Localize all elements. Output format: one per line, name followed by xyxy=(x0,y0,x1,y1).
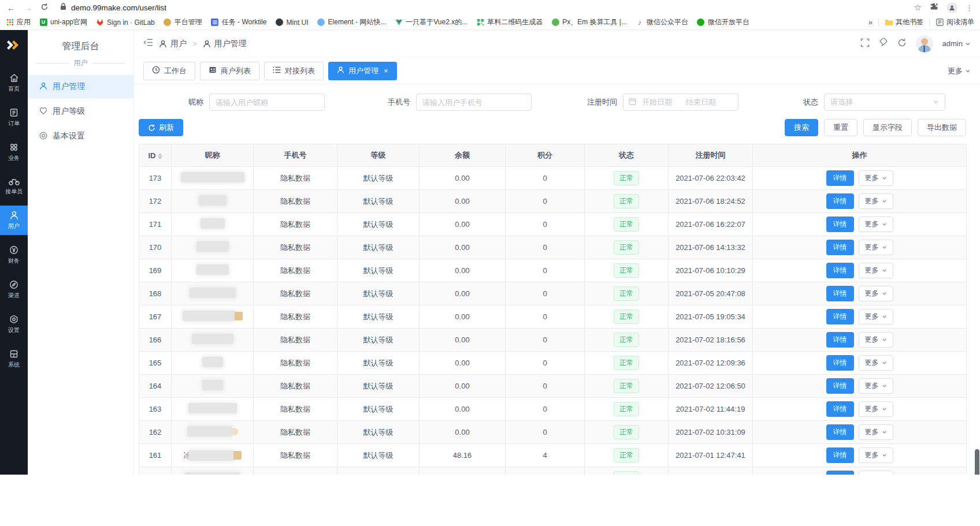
export-button[interactable]: 导出数据 xyxy=(918,119,966,136)
sidebar-item-首页[interactable]: 首页 xyxy=(0,68,28,98)
sidebar-item-业务[interactable]: 业务 xyxy=(0,137,28,167)
bookmark-star-icon[interactable]: ☆ xyxy=(914,2,922,13)
detail-button[interactable]: 详情 xyxy=(826,424,854,440)
sidebar-item-接单员[interactable]: 接单员 xyxy=(0,172,28,200)
bookmark-item[interactable]: ♪微信公众平台 xyxy=(636,17,688,27)
row-more-button[interactable]: 更多 xyxy=(859,286,893,301)
cell-phone: 隐私数据 xyxy=(254,305,337,329)
sidebar-item-用户[interactable]: 用户 xyxy=(0,206,28,235)
row-more-button[interactable]: 更多 xyxy=(859,309,893,324)
detail-button[interactable]: 详情 xyxy=(826,355,854,371)
app-logo[interactable] xyxy=(7,30,21,60)
bookmark-item[interactable]: 一只基于Vue2.x的... xyxy=(395,17,467,27)
column-header-操作: 操作 xyxy=(753,144,967,167)
bookmark-item[interactable]: Element - 网站快... xyxy=(317,17,387,27)
sidebar-item-渠道[interactable]: 渠道 xyxy=(0,275,28,304)
detail-button[interactable]: 详情 xyxy=(826,286,854,301)
bookmark-item[interactable]: Sign in · GitLab xyxy=(96,18,155,27)
bookmark-item[interactable]: 平台管理 xyxy=(164,17,202,27)
sort-icon[interactable] xyxy=(158,153,162,159)
bookmark-item[interactable]: 应用 xyxy=(6,17,31,27)
detail-button[interactable]: 详情 xyxy=(826,193,854,209)
cell-nickname xyxy=(172,282,254,305)
detail-button[interactable]: 详情 xyxy=(826,332,854,348)
tab-商户列表[interactable]: 商户列表 xyxy=(200,62,259,80)
tab-用户管理[interactable]: 用户管理× xyxy=(328,62,397,80)
address-bar[interactable]: demo.99make.com/user/list xyxy=(57,1,906,14)
tab-对接列表[interactable]: 对接列表 xyxy=(264,62,324,80)
bookmarks-overflow-icon[interactable]: » xyxy=(868,18,873,27)
bookmark-item[interactable]: Px、Em 换算工具 |... xyxy=(551,17,627,27)
cell-id: 173 xyxy=(139,167,172,190)
detail-button[interactable]: 详情 xyxy=(826,263,854,278)
fullscreen-icon[interactable] xyxy=(860,38,870,50)
user-icon xyxy=(39,82,47,92)
reset-button[interactable]: 重置 xyxy=(824,119,858,136)
breadcrumb-item-user-management[interactable]: 用户管理 xyxy=(203,39,247,49)
sidebar-item-订单[interactable]: 订单 xyxy=(0,103,28,132)
refresh-button[interactable]: 刷新 xyxy=(139,119,183,136)
row-more-button[interactable]: 更多 xyxy=(859,170,893,186)
row-more-button[interactable]: 更多 xyxy=(859,471,893,475)
detail-button[interactable]: 详情 xyxy=(826,401,854,417)
row-more-button[interactable]: 更多 xyxy=(859,217,893,232)
close-icon[interactable]: × xyxy=(384,66,388,75)
browser-profile-icon[interactable] xyxy=(946,2,957,13)
cell-regtime: 2021-07-06 14:13:32 xyxy=(669,236,753,259)
user-menu[interactable]: admin xyxy=(942,39,971,48)
bookmark-item[interactable]: Uuni-app官网 xyxy=(39,17,87,27)
submenu-item-用户管理[interactable]: 用户管理 xyxy=(28,75,133,98)
row-more-button[interactable]: 更多 xyxy=(859,447,893,463)
submenu-item-用户等级[interactable]: 用户等级 xyxy=(28,100,133,123)
column-header-昵称: 昵称 xyxy=(172,144,254,167)
phone-input[interactable] xyxy=(416,94,532,111)
row-more-button[interactable]: 更多 xyxy=(859,378,893,394)
detail-button[interactable]: 详情 xyxy=(826,447,854,463)
back-icon[interactable]: ← xyxy=(7,3,16,12)
row-more-button[interactable]: 更多 xyxy=(859,401,893,417)
detail-button[interactable]: 详情 xyxy=(826,378,854,394)
detail-button[interactable]: 详情 xyxy=(826,309,854,324)
row-more-button[interactable]: 更多 xyxy=(859,355,893,371)
refresh-icon[interactable] xyxy=(897,38,907,50)
collapse-sidebar-icon[interactable] xyxy=(143,38,153,49)
other-bookmarks-button[interactable]: 其他书签 xyxy=(885,17,923,27)
browser-menu-icon[interactable]: ⋮ xyxy=(966,3,973,12)
show-fields-button[interactable]: 显示字段 xyxy=(863,119,912,136)
row-more-button[interactable]: 更多 xyxy=(859,263,893,278)
status-select[interactable]: 请选择 xyxy=(824,94,945,111)
tab-label: 用户管理 xyxy=(348,66,378,76)
theme-icon[interactable] xyxy=(879,38,888,50)
detail-button[interactable]: 详情 xyxy=(826,170,854,186)
reload-icon[interactable] xyxy=(40,3,49,12)
tab-工作台[interactable]: 工作台 xyxy=(143,62,195,80)
bookmark-item[interactable]: 微信开放平台 xyxy=(697,17,749,27)
row-more-button[interactable]: 更多 xyxy=(859,240,893,255)
row-more-button[interactable]: 更多 xyxy=(859,332,893,348)
detail-button[interactable]: 详情 xyxy=(826,217,854,232)
cell-status: 正常 xyxy=(585,236,669,259)
breadcrumb-item-user[interactable]: 用户 xyxy=(159,39,187,49)
reading-list-button[interactable]: 阅读清单 xyxy=(936,17,974,27)
tabs-more-button[interactable]: 更多 xyxy=(948,66,971,76)
row-more-button[interactable]: 更多 xyxy=(859,424,893,440)
user-avatar[interactable] xyxy=(916,35,933,53)
extensions-icon[interactable] xyxy=(930,2,938,13)
forward-icon[interactable]: → xyxy=(24,3,32,12)
bookmark-item[interactable]: ▥任务 - Worktile xyxy=(211,17,267,27)
date-range-picker[interactable]: 开始日期 结束日期 xyxy=(623,94,738,111)
sidebar-item-系统[interactable]: 系统 xyxy=(0,344,28,374)
column-header-ID[interactable]: ID xyxy=(139,144,172,167)
detail-button[interactable]: 详情 xyxy=(826,471,854,475)
detail-button[interactable]: 详情 xyxy=(826,240,854,255)
submenu-item-基本设置[interactable]: 基本设置 xyxy=(28,125,133,148)
sidebar-item-设置[interactable]: 设置 xyxy=(0,309,28,339)
nickname-input[interactable] xyxy=(209,94,325,111)
bookmark-item[interactable]: Mint UI xyxy=(276,18,309,27)
cell-actions: 详情更多 xyxy=(753,259,967,282)
sidebar-item-财务[interactable]: 财务 xyxy=(0,240,28,270)
search-button[interactable]: 搜索 xyxy=(785,119,818,136)
row-more-button[interactable]: 更多 xyxy=(859,193,893,209)
bookmark-item[interactable]: 草料二维码生成器 xyxy=(476,17,543,27)
cell-status: 正常 xyxy=(585,259,669,282)
